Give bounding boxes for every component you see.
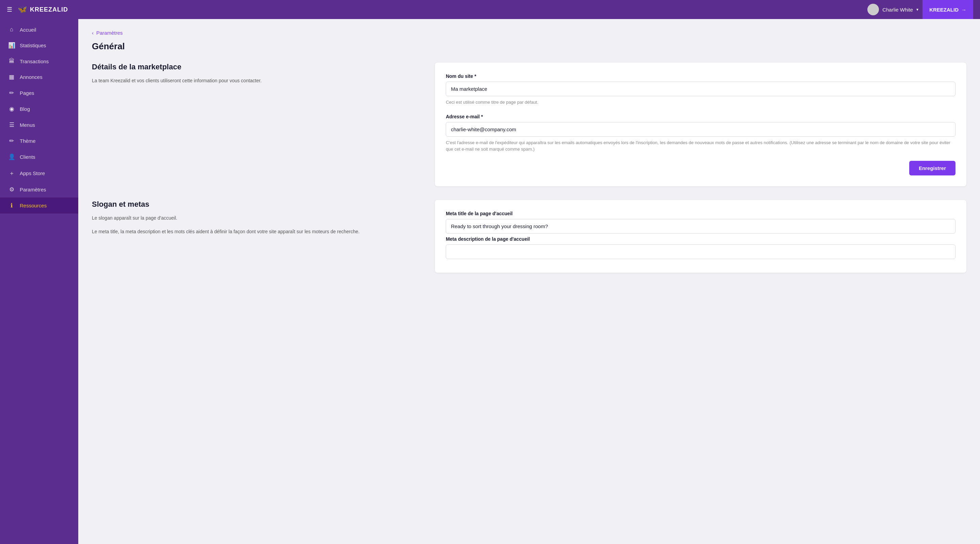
cta-label: KREEZALID	[929, 7, 959, 13]
ressources-icon: ℹ	[8, 202, 15, 209]
sidebar-item-blog[interactable]: ◉ Blog	[0, 101, 78, 117]
clients-icon: 👤	[8, 153, 15, 160]
input-email[interactable]	[446, 122, 956, 137]
label-email: Adresse e-mail *	[446, 114, 956, 119]
sidebar-item-apps-store[interactable]: ＋ Apps Store	[0, 165, 78, 182]
sidebar-item-theme[interactable]: ✏ Thème	[0, 133, 78, 149]
sidebar-label-theme: Thème	[20, 138, 36, 144]
sidebar-item-pages[interactable]: ✏ Pages	[0, 85, 78, 101]
save-button[interactable]: Enregistrer	[909, 161, 956, 175]
apps-store-icon: ＋	[8, 169, 15, 177]
field-email: Adresse e-mail * C'est l'adresse e-mail …	[446, 114, 956, 153]
sidebar-item-clients[interactable]: 👤 Clients	[0, 149, 78, 165]
breadcrumb-label: Paramètres	[96, 30, 123, 36]
sidebar-label-parametres: Paramètres	[20, 187, 46, 192]
section-left-marketplace: Détails de la marketplace La team Kreeza…	[92, 63, 424, 186]
sidebar-item-transactions[interactable]: 🏛 Transactions	[0, 53, 78, 69]
blog-icon: ◉	[8, 105, 15, 113]
field-meta-desc: Meta description de la page d'accueil	[446, 236, 956, 262]
sidebar-label-pages: Pages	[20, 90, 34, 96]
menus-icon: ☰	[8, 121, 15, 128]
sidebar-item-statistiques[interactable]: 📊 Statistiques	[0, 37, 78, 53]
main-content: ‹ Paramètres Général Détails de la marke…	[78, 19, 980, 544]
input-site-name[interactable]	[446, 82, 956, 96]
section-desc-slogan1: Le slogan apparaît sur la page d'accueil…	[92, 214, 424, 222]
sidebar-item-parametres[interactable]: ⚙ Paramètres	[0, 182, 78, 198]
sidebar-label-annonces: Annonces	[20, 74, 43, 80]
kreezalid-cta-button[interactable]: KREEZALID →	[923, 0, 973, 19]
hamburger-menu-icon[interactable]: ☰	[7, 6, 12, 13]
logo: 🦋 KREEZALID	[18, 5, 68, 14]
section-title-marketplace: Détails de la marketplace	[92, 63, 424, 71]
hint-site-name: Ceci est utilisé comme titre de page par…	[446, 99, 956, 106]
sidebar-label-blog: Blog	[20, 106, 30, 112]
avatar	[867, 4, 879, 15]
breadcrumb[interactable]: ‹ Paramètres	[92, 30, 966, 36]
section-desc-marketplace: La team Kreezalid et vos clients utilise…	[92, 77, 424, 84]
sidebar-item-ressources[interactable]: ℹ Ressources	[0, 198, 78, 214]
annonces-icon: ▦	[8, 73, 15, 81]
input-meta-title[interactable]	[446, 219, 956, 233]
sidebar-label-clients: Clients	[20, 154, 35, 160]
page-title: Général	[92, 41, 966, 52]
input-meta-desc[interactable]	[446, 244, 956, 259]
top-navigation: ☰ 🦋 KREEZALID Charlie White ▾ KREEZALID …	[0, 0, 980, 19]
sidebar-label-menus: Menus	[20, 122, 35, 128]
breadcrumb-arrow-icon: ‹	[92, 30, 94, 36]
field-meta-title: Meta title de la page d'accueil	[446, 211, 956, 236]
sidebar-item-annonces[interactable]: ▦ Annonces	[0, 69, 78, 85]
section-left-slogan: Slogan et metas Le slogan apparaît sur l…	[92, 200, 424, 273]
sidebar-item-accueil[interactable]: ⌂ Accueil	[0, 22, 78, 37]
chart-icon: 📊	[8, 42, 15, 49]
sidebar-label-accueil: Accueil	[20, 27, 36, 33]
sidebar-label-statistiques: Statistiques	[20, 43, 46, 48]
transactions-icon: 🏛	[8, 58, 15, 65]
pages-icon: ✏	[8, 89, 15, 97]
cta-arrow-icon: →	[961, 7, 966, 13]
section-desc-slogan2: Le meta title, la meta description et le…	[92, 228, 424, 235]
user-name: Charlie White	[882, 7, 913, 13]
field-site-name: Nom du site * Ceci est utilisé comme tit…	[446, 73, 956, 106]
section-slogan-metas: Slogan et metas Le slogan apparaît sur l…	[92, 200, 966, 273]
theme-icon: ✏	[8, 137, 15, 144]
section-form-marketplace: Nom du site * Ceci est utilisé comme tit…	[435, 63, 966, 186]
logo-butterfly-icon: 🦋	[18, 5, 27, 14]
sidebar-label-ressources: Ressources	[20, 203, 47, 208]
sidebar-label-apps-store: Apps Store	[20, 170, 45, 176]
section-title-slogan: Slogan et metas	[92, 200, 424, 209]
logo-text: KREEZALID	[30, 6, 68, 13]
label-meta-desc: Meta description de la page d'accueil	[446, 236, 956, 242]
label-site-name: Nom du site *	[446, 73, 956, 79]
home-icon: ⌂	[8, 26, 15, 33]
user-menu[interactable]: Charlie White ▾	[867, 4, 918, 15]
sidebar-label-transactions: Transactions	[20, 59, 49, 64]
sidebar-item-menus[interactable]: ☰ Menus	[0, 117, 78, 133]
hint-email: C'est l'adresse e-mail de l'expéditeur q…	[446, 140, 956, 153]
parametres-icon: ⚙	[8, 186, 15, 193]
chevron-down-icon: ▾	[916, 7, 918, 12]
section-form-slogan: Meta title de la page d'accueil Meta des…	[435, 200, 966, 273]
label-meta-title: Meta title de la page d'accueil	[446, 211, 956, 216]
section-marketplace-details: Détails de la marketplace La team Kreeza…	[92, 63, 966, 186]
sidebar: ⌂ Accueil 📊 Statistiques 🏛 Transactions …	[0, 19, 78, 544]
